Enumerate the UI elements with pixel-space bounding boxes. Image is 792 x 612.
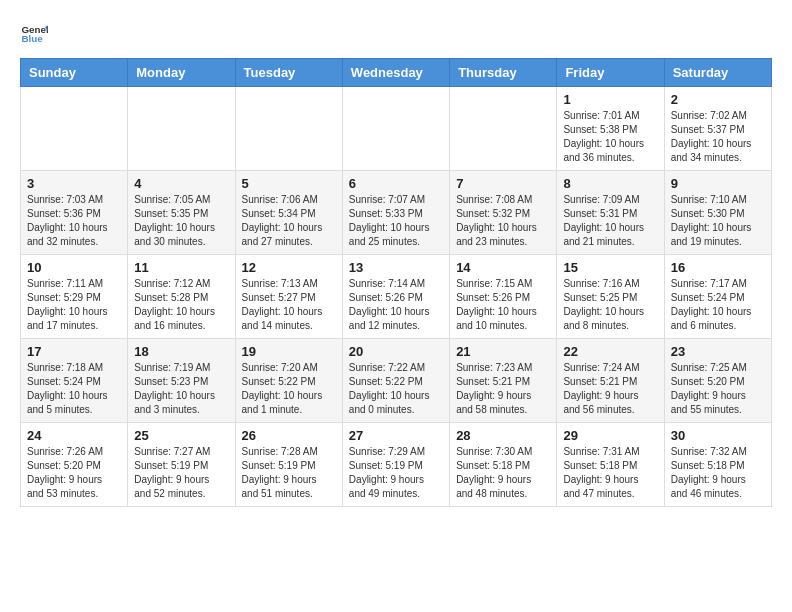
calendar-cell: 28Sunrise: 7:30 AMSunset: 5:18 PMDayligh… [450, 423, 557, 507]
calendar-cell: 26Sunrise: 7:28 AMSunset: 5:19 PMDayligh… [235, 423, 342, 507]
calendar-cell [21, 87, 128, 171]
calendar-cell: 24Sunrise: 7:26 AMSunset: 5:20 PMDayligh… [21, 423, 128, 507]
week-row-2: 3Sunrise: 7:03 AMSunset: 5:36 PMDaylight… [21, 171, 772, 255]
day-info: Sunrise: 7:10 AMSunset: 5:30 PMDaylight:… [671, 193, 765, 249]
day-info: Sunrise: 7:23 AMSunset: 5:21 PMDaylight:… [456, 361, 550, 417]
calendar-cell [128, 87, 235, 171]
calendar-cell: 21Sunrise: 7:23 AMSunset: 5:21 PMDayligh… [450, 339, 557, 423]
calendar-cell: 12Sunrise: 7:13 AMSunset: 5:27 PMDayligh… [235, 255, 342, 339]
day-number: 9 [671, 176, 765, 191]
day-info: Sunrise: 7:16 AMSunset: 5:25 PMDaylight:… [563, 277, 657, 333]
day-info: Sunrise: 7:25 AMSunset: 5:20 PMDaylight:… [671, 361, 765, 417]
day-number: 10 [27, 260, 121, 275]
day-number: 27 [349, 428, 443, 443]
day-info: Sunrise: 7:15 AMSunset: 5:26 PMDaylight:… [456, 277, 550, 333]
week-row-5: 24Sunrise: 7:26 AMSunset: 5:20 PMDayligh… [21, 423, 772, 507]
day-info: Sunrise: 7:31 AMSunset: 5:18 PMDaylight:… [563, 445, 657, 501]
calendar-cell: 7Sunrise: 7:08 AMSunset: 5:32 PMDaylight… [450, 171, 557, 255]
calendar-cell: 5Sunrise: 7:06 AMSunset: 5:34 PMDaylight… [235, 171, 342, 255]
calendar-cell: 8Sunrise: 7:09 AMSunset: 5:31 PMDaylight… [557, 171, 664, 255]
day-number: 23 [671, 344, 765, 359]
day-number: 19 [242, 344, 336, 359]
calendar-cell: 3Sunrise: 7:03 AMSunset: 5:36 PMDaylight… [21, 171, 128, 255]
day-info: Sunrise: 7:03 AMSunset: 5:36 PMDaylight:… [27, 193, 121, 249]
page: General Blue SundayMondayTuesdayWednesda… [0, 0, 792, 527]
calendar-cell: 29Sunrise: 7:31 AMSunset: 5:18 PMDayligh… [557, 423, 664, 507]
day-info: Sunrise: 7:28 AMSunset: 5:19 PMDaylight:… [242, 445, 336, 501]
day-info: Sunrise: 7:20 AMSunset: 5:22 PMDaylight:… [242, 361, 336, 417]
day-info: Sunrise: 7:18 AMSunset: 5:24 PMDaylight:… [27, 361, 121, 417]
day-info: Sunrise: 7:12 AMSunset: 5:28 PMDaylight:… [134, 277, 228, 333]
day-number: 29 [563, 428, 657, 443]
day-number: 13 [349, 260, 443, 275]
day-number: 14 [456, 260, 550, 275]
day-info: Sunrise: 7:01 AMSunset: 5:38 PMDaylight:… [563, 109, 657, 165]
day-number: 4 [134, 176, 228, 191]
day-info: Sunrise: 7:02 AMSunset: 5:37 PMDaylight:… [671, 109, 765, 165]
header: General Blue [20, 20, 772, 48]
day-number: 30 [671, 428, 765, 443]
calendar-cell: 16Sunrise: 7:17 AMSunset: 5:24 PMDayligh… [664, 255, 771, 339]
day-number: 7 [456, 176, 550, 191]
calendar-cell: 18Sunrise: 7:19 AMSunset: 5:23 PMDayligh… [128, 339, 235, 423]
day-info: Sunrise: 7:29 AMSunset: 5:19 PMDaylight:… [349, 445, 443, 501]
day-info: Sunrise: 7:06 AMSunset: 5:34 PMDaylight:… [242, 193, 336, 249]
day-number: 11 [134, 260, 228, 275]
day-number: 3 [27, 176, 121, 191]
day-info: Sunrise: 7:05 AMSunset: 5:35 PMDaylight:… [134, 193, 228, 249]
svg-text:Blue: Blue [21, 33, 43, 44]
calendar-cell: 1Sunrise: 7:01 AMSunset: 5:38 PMDaylight… [557, 87, 664, 171]
day-number: 25 [134, 428, 228, 443]
logo-icon: General Blue [20, 20, 48, 48]
calendar-cell [450, 87, 557, 171]
calendar-cell [235, 87, 342, 171]
calendar-cell: 17Sunrise: 7:18 AMSunset: 5:24 PMDayligh… [21, 339, 128, 423]
weekday-header-thursday: Thursday [450, 59, 557, 87]
calendar-cell: 27Sunrise: 7:29 AMSunset: 5:19 PMDayligh… [342, 423, 449, 507]
weekday-header-friday: Friday [557, 59, 664, 87]
day-info: Sunrise: 7:08 AMSunset: 5:32 PMDaylight:… [456, 193, 550, 249]
weekday-header-row: SundayMondayTuesdayWednesdayThursdayFrid… [21, 59, 772, 87]
day-info: Sunrise: 7:32 AMSunset: 5:18 PMDaylight:… [671, 445, 765, 501]
day-info: Sunrise: 7:13 AMSunset: 5:27 PMDaylight:… [242, 277, 336, 333]
calendar-cell: 25Sunrise: 7:27 AMSunset: 5:19 PMDayligh… [128, 423, 235, 507]
week-row-4: 17Sunrise: 7:18 AMSunset: 5:24 PMDayligh… [21, 339, 772, 423]
calendar-cell: 6Sunrise: 7:07 AMSunset: 5:33 PMDaylight… [342, 171, 449, 255]
calendar-cell: 15Sunrise: 7:16 AMSunset: 5:25 PMDayligh… [557, 255, 664, 339]
calendar-cell: 11Sunrise: 7:12 AMSunset: 5:28 PMDayligh… [128, 255, 235, 339]
day-number: 21 [456, 344, 550, 359]
calendar-cell: 20Sunrise: 7:22 AMSunset: 5:22 PMDayligh… [342, 339, 449, 423]
day-number: 8 [563, 176, 657, 191]
day-info: Sunrise: 7:14 AMSunset: 5:26 PMDaylight:… [349, 277, 443, 333]
day-number: 26 [242, 428, 336, 443]
day-number: 16 [671, 260, 765, 275]
calendar-cell: 23Sunrise: 7:25 AMSunset: 5:20 PMDayligh… [664, 339, 771, 423]
day-info: Sunrise: 7:22 AMSunset: 5:22 PMDaylight:… [349, 361, 443, 417]
day-number: 2 [671, 92, 765, 107]
weekday-header-saturday: Saturday [664, 59, 771, 87]
day-number: 20 [349, 344, 443, 359]
day-number: 24 [27, 428, 121, 443]
day-number: 5 [242, 176, 336, 191]
weekday-header-monday: Monday [128, 59, 235, 87]
week-row-1: 1Sunrise: 7:01 AMSunset: 5:38 PMDaylight… [21, 87, 772, 171]
weekday-header-tuesday: Tuesday [235, 59, 342, 87]
calendar-cell: 14Sunrise: 7:15 AMSunset: 5:26 PMDayligh… [450, 255, 557, 339]
day-info: Sunrise: 7:30 AMSunset: 5:18 PMDaylight:… [456, 445, 550, 501]
day-number: 6 [349, 176, 443, 191]
day-number: 15 [563, 260, 657, 275]
day-number: 1 [563, 92, 657, 107]
calendar-cell: 30Sunrise: 7:32 AMSunset: 5:18 PMDayligh… [664, 423, 771, 507]
logo: General Blue [20, 20, 48, 48]
week-row-3: 10Sunrise: 7:11 AMSunset: 5:29 PMDayligh… [21, 255, 772, 339]
calendar-cell [342, 87, 449, 171]
day-info: Sunrise: 7:09 AMSunset: 5:31 PMDaylight:… [563, 193, 657, 249]
weekday-header-wednesday: Wednesday [342, 59, 449, 87]
calendar-table: SundayMondayTuesdayWednesdayThursdayFrid… [20, 58, 772, 507]
calendar-cell: 13Sunrise: 7:14 AMSunset: 5:26 PMDayligh… [342, 255, 449, 339]
day-number: 18 [134, 344, 228, 359]
calendar-cell: 2Sunrise: 7:02 AMSunset: 5:37 PMDaylight… [664, 87, 771, 171]
day-info: Sunrise: 7:27 AMSunset: 5:19 PMDaylight:… [134, 445, 228, 501]
day-number: 12 [242, 260, 336, 275]
day-info: Sunrise: 7:26 AMSunset: 5:20 PMDaylight:… [27, 445, 121, 501]
